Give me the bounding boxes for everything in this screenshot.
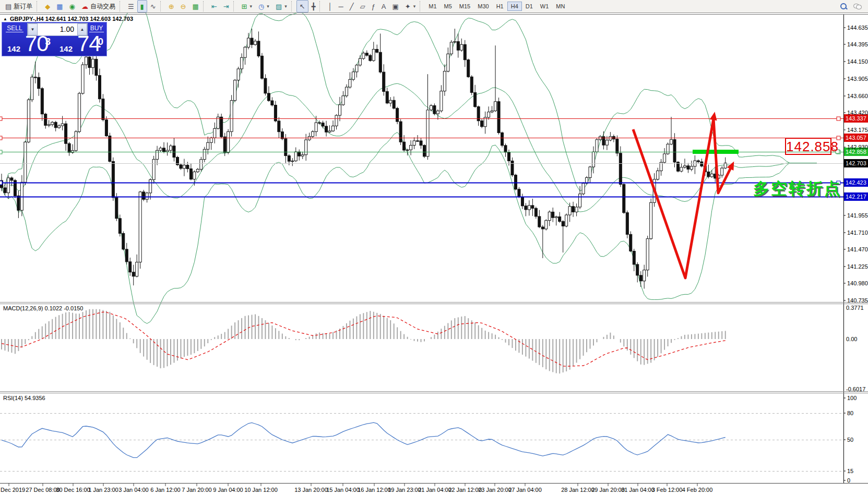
line-handle[interactable] [0,117,2,120]
candle-chart-button[interactable]: ▮ [137,0,147,13]
candles-layer[interactable] [1,29,727,288]
timeframe-h4[interactable]: H4 [507,2,522,11]
svg-text:141.470: 141.470 [847,246,868,252]
timeframe-d1[interactable]: D1 [522,2,537,11]
autotrading-label: 自动交易 [90,2,115,11]
svg-text:28 Jan 12:00: 28 Jan 12:00 [561,487,594,493]
horizontal-price-lines[interactable]: 143.337143.057142.858142.703142.423142.2… [0,114,868,201]
arrows-icon: ✦ [405,3,411,10]
line-handle[interactable] [0,150,2,154]
bar-chart-button[interactable]: ☰ [125,0,137,13]
add-chart-button[interactable]: ⊞▾ [239,0,255,13]
sell-button[interactable]: SELL [3,24,26,33]
svg-text:143.905: 143.905 [847,76,868,82]
svg-text:29 Jan 20:00: 29 Jan 20:00 [591,487,625,493]
zoom-in-icon: ⊕ [169,3,174,10]
autotrading-button[interactable]: ☁ 自动交易 [78,0,118,13]
autotrading-icon: ☁ [81,3,88,10]
timeframe-w1[interactable]: W1 [537,2,553,11]
svg-text:0.3771: 0.3771 [846,305,864,311]
new-order-button[interactable]: ▤ 新订单 [2,0,35,13]
tile-windows-button[interactable]: ▦ [189,0,201,13]
signals-button[interactable]: ◉ [66,0,78,13]
svg-text:-0.6017: -0.6017 [846,386,865,392]
price-annotation-box[interactable]: 142.858 [785,138,831,155]
fibonacci-tool[interactable]: ƒ [368,0,378,13]
svg-text:27 Jan 04:00: 27 Jan 04:00 [508,487,542,493]
add-chart-icon: ⊞ [242,3,247,10]
cursor-icon: ↖ [300,3,305,10]
signals-icon: ◉ [69,3,75,10]
periods-button[interactable]: ◷▾ [255,0,272,13]
trendline-tool[interactable]: ╱ [347,0,357,13]
buy-price-pip: 0 [98,36,103,47]
line-chart-button[interactable]: ∿ [147,0,159,13]
zoom-out-icon: ⊖ [181,3,186,10]
text-tool[interactable]: A [378,0,389,13]
market-watch-button[interactable]: ▦ [53,0,66,13]
crosshair-icon: ╋ [312,3,316,10]
horizontal-line-tool[interactable]: ─ [336,0,347,13]
zoom-out-button[interactable]: ⊖ [177,0,189,13]
svg-text:142.217: 142.217 [846,194,866,200]
svg-text:141.225: 141.225 [847,263,868,270]
templates-button[interactable]: ▨▾ [272,0,290,13]
svg-text:140.735: 140.735 [847,297,868,304]
symbol-info: ▲ GBPJPY-,H4 142.641 142.703 142.603 142… [3,16,133,22]
new-order-label: 新订单 [14,2,32,11]
separator [420,1,424,11]
svg-text:22 Jan 12:00: 22 Jan 12:00 [448,487,482,493]
svg-text:27 Dec 08:00: 27 Dec 08:00 [26,487,60,493]
timeframe-m30[interactable]: M30 [474,2,492,11]
line-handle[interactable] [837,117,840,120]
svg-text:3 Jan 04:00: 3 Jan 04:00 [118,487,149,493]
tile-windows-icon: ▦ [192,3,198,10]
svg-text:100: 100 [847,395,857,401]
chevron-down-icon: ▾ [413,4,416,9]
timeframe-mn[interactable]: MN [552,2,568,11]
buy-price-display[interactable]: 142 74 0 [55,35,106,56]
separator [319,1,324,11]
text-icon: A [382,3,386,10]
trendline-icon: ╱ [350,3,354,10]
chart-shift-button[interactable]: ⇥ [220,0,232,13]
buy-price-big: 74 [77,31,101,56]
search-icon[interactable] [840,3,847,10]
auto-scroll-button[interactable]: ⇤ [208,0,220,13]
line-handle[interactable] [0,136,2,140]
timeframe-m15[interactable]: M15 [456,2,474,11]
svg-text:50: 50 [847,437,853,443]
vertical-line-icon: │ [328,3,332,10]
label-tool[interactable]: ▣ [389,0,402,13]
line-chart-icon: ∿ [150,3,156,10]
timeframe-h1[interactable]: H1 [493,2,507,11]
cursor-tool-button[interactable]: ↖ [296,0,308,13]
svg-text:15: 15 [847,468,853,474]
separator [160,1,164,11]
chat-icon[interactable] [853,3,862,9]
arrows-tool[interactable]: ✦▾ [402,0,419,13]
chinese-annotation-text[interactable]: 多空转折点 [753,178,842,200]
svg-text:143.057: 143.057 [846,135,866,141]
horizontal-line-icon: ─ [339,3,343,10]
timeframe-m1[interactable]: M1 [425,2,440,11]
svg-text:142.423: 142.423 [846,179,866,186]
vertical-line-tool[interactable]: │ [325,0,335,13]
one-click-trading-panel: SELL ▼ 1.00 ▲ BUY 142 70 3 142 74 0 [2,22,107,56]
chevron-down-icon: ▾ [284,4,287,9]
crosshair-tool-button[interactable]: ╋ [308,0,319,13]
indicators-button[interactable]: ◆ [42,0,53,13]
channel-tool[interactable]: ▱ [357,0,368,13]
label-icon: ▣ [393,3,399,10]
time-axis[interactable]: 26 Dec 201927 Dec 08:0030 Dec 16:001 Jan… [0,484,712,493]
channel-icon: ▱ [360,3,365,10]
timeframe-m5[interactable]: M5 [441,2,456,11]
toolbar: ▤ 新订单 ◆ ▦ ◉ ☁ 自动交易 ☰ ▮ ∿ ⊕ ⊖ ▦ ⇤ ⇥ ⊞▾ ◷▾… [0,0,868,13]
svg-text:140.980: 140.980 [847,280,868,286]
line-handle[interactable] [0,181,2,185]
chart-canvas[interactable]: 143.337143.057142.858142.703142.423142.2… [0,0,868,495]
sell-price-display[interactable]: 142 70 3 [3,35,54,56]
zoom-in-button[interactable]: ⊕ [165,0,177,13]
svg-text:13 Jan 20:00: 13 Jan 20:00 [294,487,328,493]
svg-text:142.703: 142.703 [846,160,866,166]
